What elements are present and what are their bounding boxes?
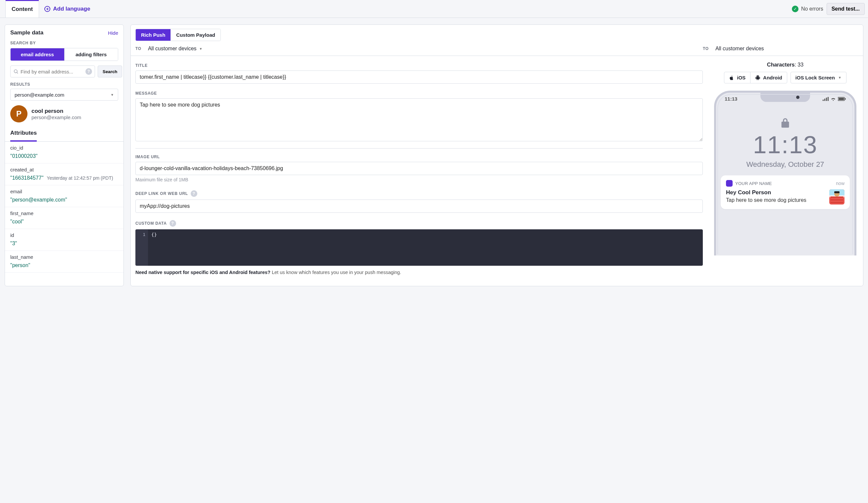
rich-push-tab[interactable]: Rich Push	[136, 29, 170, 41]
deep-link-input[interactable]	[135, 200, 703, 213]
os-ios-button[interactable]: iOS	[724, 72, 750, 83]
svg-rect-16	[834, 191, 839, 193]
attribute-key: last_name	[10, 254, 118, 260]
message-label: MESSAGE	[135, 91, 703, 96]
os-segment: iOS Android	[724, 72, 787, 83]
os-android-button[interactable]: Android	[750, 72, 787, 83]
attribute-key: created_at	[10, 167, 118, 172]
person-name: cool person	[31, 108, 81, 115]
search-by-filters-option[interactable]: adding filters	[64, 48, 118, 61]
deep-link-label: DEEP LINK OR WEB URL	[135, 191, 188, 196]
character-count: Characters: 33	[767, 62, 804, 68]
to-value: All customer devices	[148, 46, 197, 52]
title-label: TITLE	[135, 63, 703, 68]
svg-rect-8	[845, 98, 846, 100]
attribute-value: "person@example.com"	[10, 197, 118, 203]
add-language-label: Add language	[53, 6, 90, 12]
chevron-down-icon: ▼	[111, 93, 114, 97]
lock-icon	[716, 118, 855, 129]
custom-data-editor[interactable]: 1 {}	[135, 229, 703, 266]
send-test-button[interactable]: Send test...	[827, 3, 865, 15]
results-select[interactable]: person@example.com ▼	[10, 89, 118, 101]
results-value: person@example.com	[14, 92, 64, 98]
svg-rect-12	[830, 197, 843, 198]
attributes-tab[interactable]: Attributes	[10, 127, 37, 142]
search-by-email-option[interactable]: email address	[11, 48, 64, 61]
custom-payload-tab[interactable]: Custom Payload	[170, 29, 220, 41]
attribute-row: last_name "person"	[5, 251, 123, 273]
search-input-wrap[interactable]: ?	[10, 65, 95, 77]
statusbar-time: 11:13	[725, 96, 737, 102]
svg-rect-7	[838, 98, 844, 100]
attribute-meta: Yesterday at 12:42:57 pm (PDT)	[47, 175, 113, 181]
attribute-key: id	[10, 232, 118, 238]
sample-data-panel: Sample data Hide SEARCH BY email address…	[4, 24, 124, 286]
hide-panel-link[interactable]: Hide	[108, 30, 118, 36]
notification-card: YOUR APP NAME now Hey Cool Person Tap he…	[721, 175, 850, 209]
attribute-key: cio_id	[10, 145, 118, 150]
search-icon	[13, 69, 19, 74]
sample-data-title: Sample data	[10, 30, 43, 36]
person-email: person@example.com	[31, 115, 81, 120]
attribute-key: email	[10, 189, 118, 194]
message-textarea[interactable]: Tap here to see more dog pictures	[135, 98, 703, 141]
check-circle-icon: ✓	[792, 6, 798, 12]
composer-panel: Rich Push Custom Payload TO All customer…	[131, 24, 864, 286]
attribute-value: "person"	[10, 262, 118, 269]
attribute-row: first_name "cool"	[5, 207, 123, 229]
svg-rect-3	[824, 98, 825, 101]
chevron-down-icon: ▼	[199, 47, 203, 51]
attribute-value: "1663184577"	[10, 175, 43, 181]
signal-icon	[823, 97, 829, 101]
image-url-input[interactable]	[135, 162, 703, 175]
attribute-value: "3"	[10, 241, 118, 247]
svg-rect-4	[826, 98, 827, 101]
tab-content[interactable]: Content	[5, 0, 39, 18]
preview-to-label: TO	[703, 46, 709, 51]
attribute-value: "01000203"	[10, 153, 118, 159]
attribute-key: first_name	[10, 210, 118, 216]
help-icon[interactable]: ?	[169, 220, 176, 227]
notification-time: now	[836, 181, 845, 186]
to-dropdown[interactable]: All customer devices ▼	[148, 46, 203, 52]
app-name: YOUR APP NAME	[735, 181, 772, 186]
search-button[interactable]: Search	[98, 65, 122, 77]
svg-rect-5	[828, 97, 829, 101]
phone-preview: 11:13 11:13 Wednesday, October 27	[714, 91, 856, 255]
svg-rect-13	[830, 199, 843, 200]
wifi-icon	[830, 97, 836, 101]
attribute-row: email "person@example.com"	[5, 185, 123, 207]
svg-line-1	[17, 72, 18, 73]
code-body[interactable]: {}	[148, 229, 703, 266]
to-label: TO	[135, 46, 141, 51]
results-label: RESULTS	[10, 82, 118, 87]
image-url-helper: Maximum file size of 1MB	[135, 177, 703, 182]
preview-to-value: All customer devices	[715, 46, 764, 52]
payload-type-segment: Rich Push Custom Payload	[135, 29, 221, 41]
code-gutter: 1	[135, 229, 148, 266]
attribute-row: id "3"	[5, 229, 123, 251]
search-by-label: SEARCH BY	[10, 41, 118, 45]
svg-rect-14	[830, 202, 843, 203]
apple-icon	[729, 75, 734, 81]
android-icon	[755, 75, 761, 81]
svg-point-0	[14, 70, 17, 73]
help-icon[interactable]: ?	[85, 68, 92, 75]
no-errors-indicator: ✓ No errors	[788, 6, 827, 12]
no-errors-label: No errors	[801, 6, 823, 12]
custom-data-label: CUSTOM DATA	[135, 221, 167, 226]
title-input[interactable]	[135, 71, 703, 84]
notification-image	[829, 189, 845, 205]
image-url-label: IMAGE URL	[135, 155, 703, 159]
search-by-segment: email address adding filters	[10, 48, 118, 61]
statusbar-icons	[823, 96, 846, 102]
add-language-button[interactable]: + Add language	[39, 0, 95, 18]
lock-screen-select[interactable]: iOS Lock Screen ▼	[790, 72, 847, 83]
chevron-down-icon: ▼	[838, 76, 841, 80]
search-input[interactable]	[21, 69, 83, 74]
native-features-hint: Need native support for specific iOS and…	[135, 269, 703, 276]
help-icon[interactable]: ?	[191, 190, 197, 197]
lock-screen-time: 11:13	[716, 131, 855, 159]
attribute-row: cio_id "01000203"	[5, 142, 123, 164]
attribute-value: "cool"	[10, 219, 118, 225]
